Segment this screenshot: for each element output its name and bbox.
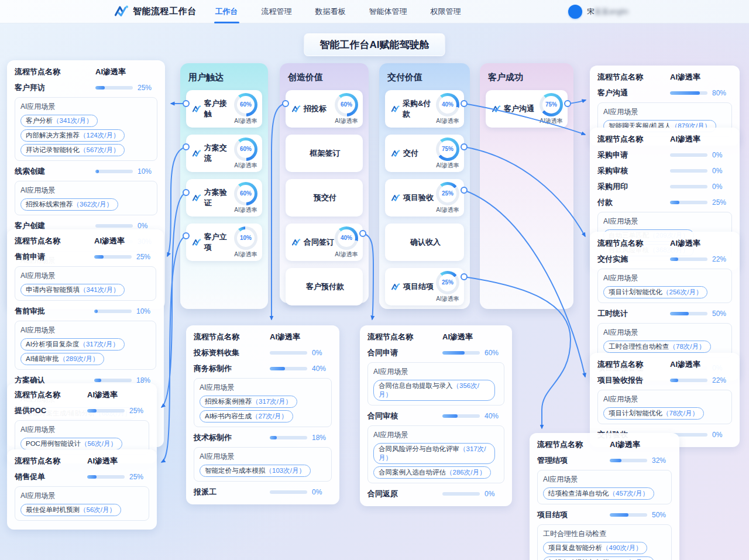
ai-scenario-tag[interactable]: 申请内容智能预填（341次/月） (20, 284, 125, 296)
penetration-bar (270, 351, 307, 355)
stage-card[interactable]: 预交付 (286, 179, 363, 217)
ai-logo-icon (292, 239, 301, 246)
ai-scenario-tag[interactable]: 知识自动提炼与归档（490次/月） (543, 556, 654, 560)
stage-card[interactable]: 框架签订 (286, 135, 363, 172)
ai-scenario-tag[interactable]: POC用例智能设计（56次/月） (20, 438, 122, 450)
gauge-value: 10% (237, 229, 255, 247)
process-node-name: 采购用印 (597, 181, 670, 192)
penetration-bar (87, 475, 125, 479)
stage-column-deliver: 交付价值采购&付款40%AI渗透率交付75%AI渗透率项目验收25%AI渗透率确… (379, 63, 470, 309)
penetration-bar-fill (610, 459, 621, 462)
penetration-bar (94, 310, 132, 313)
process-node-row: 技术标制作18% (194, 432, 332, 443)
stage-card[interactable]: 确认收入 (385, 224, 464, 261)
ai-scenario-tag[interactable]: 合同案例入选自动评估（286次/月） (373, 466, 491, 479)
process-node-row: 合同返原0% (367, 489, 504, 499)
process-node-name: 工时统计 (597, 308, 670, 319)
penetration-bar-fill (87, 475, 97, 479)
stage-card[interactable]: 方案验证60%AI渗透率 (186, 179, 262, 217)
ai-scenario-tag[interactable]: 最佳促单时机预测（56次/月） (20, 504, 121, 516)
nav-tab-3[interactable]: 数据看板 (314, 0, 347, 23)
nav-tab-4[interactable]: 智能体管理 (368, 0, 408, 23)
process-node-row: 交付实施22% (597, 254, 732, 264)
ai-scenario-tag[interactable]: 拜访记录智能转化（567次/月） (20, 144, 125, 156)
ai-scenario-tag[interactable]: AI辅助审批（289次/月） (20, 353, 104, 365)
ai-scenario-tag[interactable]: AI分析项目复杂度（317次/月） (20, 338, 125, 351)
process-node-row: 合同审核40% (367, 411, 504, 421)
ai-scenario-tag[interactable]: 招投标案例推荐（317次/月） (200, 396, 297, 408)
process-node-name: 商务标制作 (194, 363, 270, 374)
panel-header-node-label: 流程节点名称 (597, 238, 670, 249)
penetration-value: 0% (712, 183, 732, 191)
penetration-bar (670, 201, 707, 204)
ai-scenario-label: AI应用场景 (603, 328, 726, 338)
ai-scenario-tag[interactable]: 项目计划智能优化（256次/月） (603, 286, 707, 298)
stage-card[interactable]: 项目结项25%AI渗透率 (385, 268, 464, 305)
penetration-value: 0% (712, 151, 732, 159)
panel-header-rate-label: AI渗透率 (270, 332, 332, 342)
gauge-block: 60%AI渗透率 (335, 93, 358, 125)
process-node-name: 付款 (597, 197, 670, 208)
stage-column-create: 创造价值招投标60%AI渗透率框架签订预交付合同签订40%AI渗透率客户预付款 (280, 63, 369, 303)
stage-card[interactable]: 客户沟通75%AI渗透率 (486, 90, 568, 128)
penetration-bar (670, 91, 707, 95)
panel-header-node-label: 流程节点名称 (597, 72, 670, 83)
gauge-value: 25% (439, 274, 456, 291)
nav-tab-2[interactable]: 流程管理 (260, 0, 293, 23)
penetration-bar (94, 255, 132, 259)
ai-scenario-tag[interactable]: 项目计划智能优化（78次/月） (603, 407, 704, 420)
penetration-gauge: 75% (540, 93, 563, 116)
stage-card-name: 框架签订 (310, 148, 341, 159)
penetration-value: 0% (712, 167, 732, 175)
gauge-block: 75%AI渗透率 (436, 138, 459, 170)
penetration-value: 25% (712, 198, 732, 207)
penetration-value: 32% (652, 456, 672, 465)
panel-header: 流程节点名称AI渗透率 (15, 390, 149, 400)
ai-scenario-tag[interactable]: 智能定价与成本模拟（103次/月） (200, 465, 311, 477)
ai-scenario-tag[interactable]: 工时合理性自动检查（78次/月） (603, 341, 711, 353)
penetration-bar (670, 379, 707, 382)
penetration-value: 0% (485, 490, 504, 498)
stage-card[interactable]: 客户立项10%AI渗透率 (186, 224, 262, 261)
nav-tabs: 工作台流程管理数据看板智能体管理权限管理 (214, 0, 462, 23)
ai-scenario-tag[interactable]: 合同信息自动提取与录入（356次/月） (373, 380, 495, 401)
stage-card[interactable]: 客户预付款 (286, 268, 363, 305)
ai-scenario-tag[interactable]: 招投标线索推荐（362次/月） (20, 198, 118, 211)
stage-card[interactable]: 招投标60%AI渗透率 (286, 90, 363, 128)
user-menu[interactable]: 宋某某anglin (568, 5, 628, 19)
penetration-bar (95, 86, 133, 90)
stage-title: 创造价值 (288, 72, 363, 83)
gauge-block: 60%AI渗透率 (234, 138, 257, 170)
ai-scenario-tag[interactable]: 项目复盘智能分析（490次/月） (543, 542, 647, 554)
nav-tab-5[interactable]: 权限管理 (430, 0, 462, 23)
panel-header-node-label: 流程节点名称 (367, 332, 442, 342)
stage-title: 交付价值 (387, 72, 464, 83)
process-node-row: 工时统计50% (597, 308, 732, 319)
nav-tab-1[interactable]: 工作台 (214, 0, 239, 23)
ai-scenario-box: 工时合理性自动检查项目复盘智能分析（490次/月）知识自动提炼与归档（490次/… (537, 524, 672, 560)
ai-scenario-label: AI应用场景 (543, 475, 666, 485)
stage-card[interactable]: 合同签订40%AI渗透率 (286, 224, 363, 261)
ai-scenario-tag[interactable]: AI标书内容生成（27次/月） (200, 410, 293, 422)
process-node-name: 售前申请 (15, 252, 94, 262)
penetration-bar (270, 490, 307, 494)
ai-scenario-box: AI应用场景最佳促单时机预测（56次/月） (15, 486, 149, 521)
ai-scenario-label: AI应用场景 (603, 273, 726, 283)
stage-card[interactable]: 方案交流60%AI渗透率 (186, 135, 262, 172)
ai-scenario-tag[interactable]: 客户分析（341次/月） (20, 115, 98, 127)
stage-card[interactable]: 采购&付款40%AI渗透率 (385, 90, 464, 128)
panel-header-node-label: 流程节点名称 (15, 390, 87, 400)
ai-scenario-tag[interactable]: 结项检查清单自动化（457次/月） (543, 487, 654, 500)
stage-card[interactable]: 项目验收25%AI渗透率 (385, 179, 464, 217)
process-panel-contract: 流程节点名称AI渗透率合同申请60%AI应用场景合同信息自动提取与录入（356次… (360, 325, 512, 506)
app-root: 智能流程工作台 工作台流程管理数据看板智能体管理权限管理 宋某某anglin 智… (0, 0, 749, 560)
ai-scenario-tag[interactable]: 内部解决方案推荐（124次/月） (20, 129, 125, 142)
stage-card[interactable]: 客户接触60%AI渗透率 (186, 90, 262, 128)
stage-card-name: 交付 (391, 148, 436, 159)
stage-card[interactable]: 交付75%AI渗透率 (385, 135, 464, 172)
user-avatar[interactable] (568, 5, 582, 19)
stage-card-name: 项目验收 (391, 193, 436, 203)
penetration-value: 25% (129, 407, 149, 415)
ai-scenario-tag[interactable]: 合同风险评分与自动化评审（317次/月） (373, 443, 495, 464)
panel-header-node-label: 流程节点名称 (15, 236, 94, 246)
